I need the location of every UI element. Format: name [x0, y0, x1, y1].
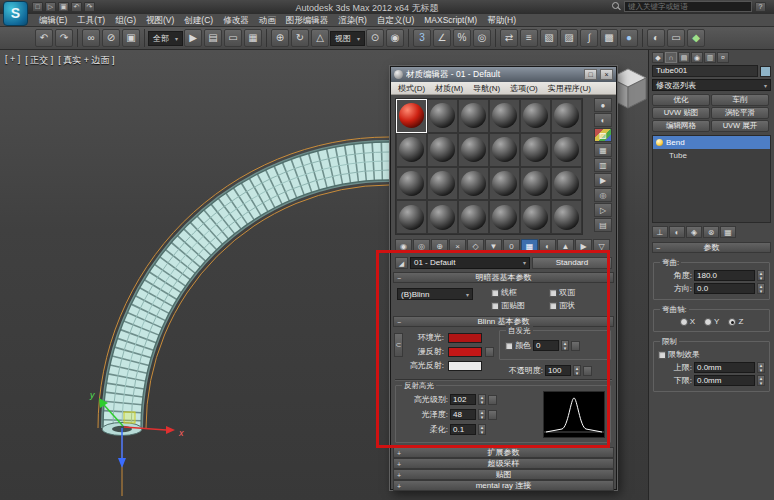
pivot-center-icon[interactable]: ⊙: [366, 29, 384, 47]
menu-graph-editors[interactable]: 图形编辑器: [281, 14, 334, 26]
material-slot[interactable]: [551, 167, 582, 201]
material-slot[interactable]: [551, 200, 582, 234]
scale-icon[interactable]: △: [311, 29, 329, 47]
select-by-name-icon[interactable]: ▤: [204, 29, 222, 47]
redo-quick-icon[interactable]: ↷: [84, 2, 95, 12]
window-crossing-icon[interactable]: ▦: [244, 29, 262, 47]
menu-tools[interactable]: 工具(T): [72, 14, 110, 26]
rollout-parameters[interactable]: − 参数: [652, 242, 771, 253]
modifier-button-optimize[interactable]: 优化: [652, 94, 710, 106]
align-icon[interactable]: ≡: [520, 29, 538, 47]
modifier-button-uvw-map[interactable]: UVW 贴图: [652, 107, 710, 119]
material-slot[interactable]: [520, 167, 551, 201]
utilities-tab-icon[interactable]: ¤: [717, 52, 729, 63]
modifier-button-unwrap-uvw[interactable]: UVW 展开: [711, 120, 769, 132]
material-map-navigator-icon[interactable]: ▤: [594, 218, 612, 232]
axis-x-radio[interactable]: [680, 318, 688, 326]
snap-toggle-icon[interactable]: 3: [413, 29, 431, 47]
angle-spinner[interactable]: [757, 270, 765, 281]
material-slot[interactable]: [489, 133, 520, 167]
make-preview-icon[interactable]: ▶: [594, 173, 612, 187]
menu-create[interactable]: 创建(C): [179, 14, 218, 26]
material-slot[interactable]: [520, 99, 551, 133]
axis-x-option[interactable]: X: [680, 317, 695, 326]
angle-snap-icon[interactable]: ∠: [433, 29, 451, 47]
remove-modifier-icon[interactable]: ⊗: [703, 226, 719, 238]
material-editor-icon[interactable]: ●: [620, 29, 638, 47]
me-menu-modes[interactable]: 模式(D): [393, 83, 430, 94]
rotate-icon[interactable]: ↻: [291, 29, 309, 47]
rect-select-region-icon[interactable]: ▭: [224, 29, 242, 47]
rollout-extended-params[interactable]: + 扩展参数: [393, 447, 614, 458]
direction-spinner[interactable]: [757, 283, 765, 294]
stack-item-tube[interactable]: Tube: [653, 149, 770, 162]
menu-views[interactable]: 视图(V): [141, 14, 179, 26]
options-icon[interactable]: ◎: [594, 188, 612, 202]
lower-limit-field[interactable]: 0.0mm: [694, 375, 755, 386]
material-slot[interactable]: [520, 200, 551, 234]
schematic-view-icon[interactable]: ▩: [600, 29, 618, 47]
rollout-supersampling[interactable]: + 超级采样: [393, 458, 614, 469]
menu-group[interactable]: 组(G): [110, 14, 141, 26]
axis-y-radio[interactable]: [704, 318, 712, 326]
object-color-chip[interactable]: [760, 66, 771, 77]
display-tab-icon[interactable]: ▥: [704, 52, 716, 63]
material-slot[interactable]: [396, 133, 427, 167]
limit-effect-checkbox[interactable]: [658, 351, 666, 359]
redo-icon[interactable]: ↷: [55, 29, 73, 47]
lower-limit-spinner[interactable]: [757, 375, 765, 386]
select-link-icon[interactable]: ∞: [82, 29, 100, 47]
make-unique-stack-icon[interactable]: ◈: [686, 226, 702, 238]
material-slot[interactable]: [396, 167, 427, 201]
material-slot[interactable]: [520, 133, 551, 167]
material-slot[interactable]: [458, 167, 489, 201]
new-scene-icon[interactable]: □: [32, 2, 43, 12]
sample-tiling-icon[interactable]: ▦: [594, 143, 612, 157]
material-slot[interactable]: [427, 99, 458, 133]
me-menu-material[interactable]: 材质(M): [430, 83, 468, 94]
menu-help[interactable]: 帮助(H): [482, 14, 521, 26]
undo-icon[interactable]: ↶: [35, 29, 53, 47]
me-menu-navigation[interactable]: 导航(N): [468, 83, 505, 94]
menu-animation[interactable]: 动画: [254, 14, 281, 26]
menu-edit[interactable]: 编辑(E): [34, 14, 72, 26]
stack-item-bend[interactable]: Bend: [653, 136, 770, 149]
axis-y-option[interactable]: Y: [704, 317, 719, 326]
material-slot[interactable]: [427, 133, 458, 167]
app-logo-button[interactable]: S: [3, 1, 28, 26]
show-end-result-stack-icon[interactable]: ◐: [669, 226, 685, 238]
angle-field[interactable]: 180.0: [694, 270, 755, 281]
select-object-icon[interactable]: ▶: [184, 29, 202, 47]
move-icon[interactable]: ⊕: [271, 29, 289, 47]
close-button[interactable]: ×: [600, 69, 613, 80]
graphite-ribbon-icon[interactable]: ▨: [560, 29, 578, 47]
gizmo-plane-handle[interactable]: [124, 412, 135, 423]
object-name-field[interactable]: Tube001: [652, 65, 758, 77]
unlink-icon[interactable]: ⊘: [102, 29, 120, 47]
configure-modifier-sets-icon[interactable]: ▦: [720, 226, 736, 238]
modify-tab-icon[interactable]: ∩: [665, 52, 677, 63]
axis-z-radio[interactable]: [728, 318, 736, 326]
direction-field[interactable]: 0.0: [694, 283, 755, 294]
modifier-button-lathe[interactable]: 车削: [711, 94, 769, 106]
select-by-material-icon[interactable]: ▷: [594, 203, 612, 217]
undo-quick-icon[interactable]: ↶: [71, 2, 82, 12]
material-slot[interactable]: [396, 200, 427, 234]
pin-stack-icon[interactable]: ⊥: [652, 226, 668, 238]
backlight-icon[interactable]: ◐: [594, 113, 612, 127]
modifier-button-turbosmooth[interactable]: 涡轮平滑: [711, 107, 769, 119]
material-slot[interactable]: [427, 167, 458, 201]
material-slot-selected[interactable]: [396, 99, 427, 133]
viewport-shading-menu[interactable]: [ 真实 + 边面 ]: [58, 54, 114, 67]
rollout-maps[interactable]: + 贴图: [393, 469, 614, 480]
reference-coordinate-dropdown[interactable]: 视图 ▾: [330, 31, 365, 46]
viewport-pov-menu[interactable]: [ 正交 ]: [25, 54, 53, 67]
gizmo-x-arrow[interactable]: [166, 426, 175, 434]
layer-manager-icon[interactable]: ▧: [540, 29, 558, 47]
select-manipulate-icon[interactable]: ◉: [386, 29, 404, 47]
material-slot[interactable]: [489, 99, 520, 133]
viewport-general-menu[interactable]: [ + ]: [5, 54, 20, 67]
render-setup-icon[interactable]: ◐: [647, 29, 665, 47]
open-file-icon[interactable]: ▷: [45, 2, 56, 12]
video-color-check-icon[interactable]: ▥: [594, 158, 612, 172]
